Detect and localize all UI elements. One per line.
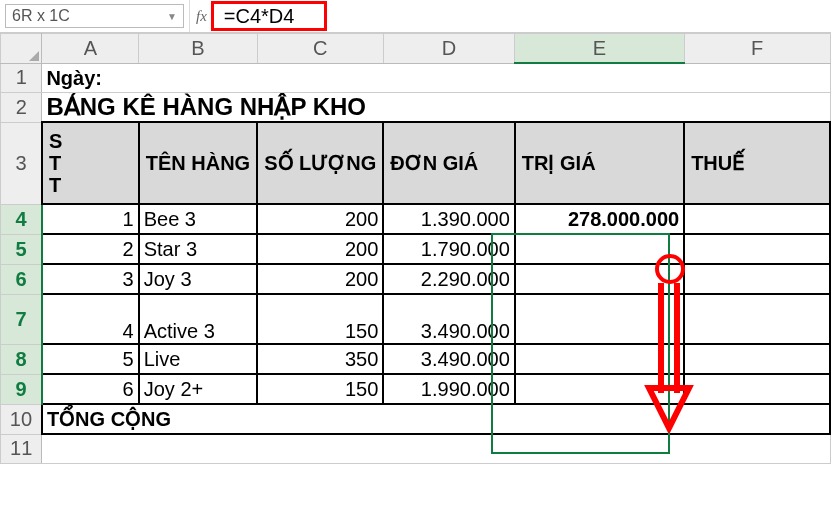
cell-F8[interactable] bbox=[685, 345, 829, 373]
row-1: 1 Ngày: bbox=[1, 63, 831, 93]
cell-A9[interactable]: 6 bbox=[43, 375, 138, 403]
cell-E9[interactable] bbox=[516, 375, 683, 403]
row-head-8[interactable]: 8 bbox=[1, 344, 42, 374]
col-head-B[interactable]: B bbox=[139, 34, 257, 64]
col-head-C[interactable]: C bbox=[257, 34, 383, 64]
row-head-11[interactable]: 11 bbox=[1, 434, 42, 464]
cell-B5[interactable]: Star 3 bbox=[140, 235, 256, 263]
header-so-luong[interactable]: SỐ LƯỢNG bbox=[258, 123, 382, 203]
cell-D9[interactable]: 1.990.000 bbox=[384, 375, 514, 403]
cell-A11[interactable] bbox=[42, 435, 829, 463]
row-head-3[interactable]: 3 bbox=[1, 122, 42, 204]
spreadsheet-grid[interactable]: A B C D E F 1 Ngày: 2 BẢNG KÊ HÀNG NHẬP … bbox=[0, 33, 831, 464]
cell-C5[interactable]: 200 bbox=[258, 235, 382, 263]
cell-B7[interactable]: Active 3 bbox=[140, 295, 256, 343]
name-box[interactable]: 6R x 1C ▼ bbox=[5, 4, 184, 28]
cell-D5[interactable]: 1.790.000 bbox=[384, 235, 514, 263]
row-head-7[interactable]: 7 bbox=[1, 294, 42, 344]
cell-E7[interactable] bbox=[516, 295, 683, 343]
cell-C7[interactable]: 150 bbox=[258, 295, 382, 343]
col-head-F[interactable]: F bbox=[684, 34, 830, 64]
row-11: 11 bbox=[1, 434, 831, 464]
cell-D8[interactable]: 3.490.000 bbox=[384, 345, 514, 373]
header-stt[interactable]: S T T bbox=[43, 123, 138, 203]
cell-F6[interactable] bbox=[685, 265, 829, 293]
cell-F5[interactable] bbox=[685, 235, 829, 263]
cell-A7[interactable]: 4 bbox=[43, 295, 138, 343]
row-head-6[interactable]: 6 bbox=[1, 264, 42, 294]
header-thue[interactable]: THUẾ bbox=[685, 123, 829, 203]
row-5: 5 2 Star 3 200 1.790.000 bbox=[1, 234, 831, 264]
cell-F7[interactable] bbox=[685, 295, 829, 343]
fx-icon[interactable]: fx bbox=[189, 0, 213, 32]
chevron-down-icon[interactable]: ▼ bbox=[167, 11, 177, 22]
row-8: 8 5 Live 350 3.490.000 bbox=[1, 344, 831, 374]
name-box-value: 6R x 1C bbox=[12, 7, 70, 25]
cell-D7[interactable]: 3.490.000 bbox=[384, 295, 514, 343]
row-7: 7 4 Active 3 150 3.490.000 bbox=[1, 294, 831, 344]
cell-B4[interactable]: Bee 3 bbox=[140, 205, 256, 233]
select-all-corner[interactable] bbox=[1, 34, 42, 64]
formula-text: =C4*D4 bbox=[224, 5, 295, 28]
cell-A10[interactable]: TỔNG CỘNG bbox=[43, 405, 829, 433]
cell-B6[interactable]: Joy 3 bbox=[140, 265, 256, 293]
cell-E6[interactable] bbox=[516, 265, 683, 293]
header-ten-hang[interactable]: TÊN HÀNG bbox=[140, 123, 256, 203]
row-head-9[interactable]: 9 bbox=[1, 374, 42, 404]
cell-D6[interactable]: 2.290.000 bbox=[384, 265, 514, 293]
cell-B8[interactable]: Live bbox=[140, 345, 256, 373]
cell-F9[interactable] bbox=[685, 375, 829, 403]
cell-D4[interactable]: 1.390.000 bbox=[384, 205, 514, 233]
cell-E4[interactable]: 278.000.000 bbox=[516, 205, 683, 233]
cell-A4[interactable]: 1 bbox=[43, 205, 138, 233]
row-6: 6 3 Joy 3 200 2.290.000 bbox=[1, 264, 831, 294]
row-head-10[interactable]: 10 bbox=[1, 404, 42, 434]
row-9: 9 6 Joy 2+ 150 1.990.000 bbox=[1, 374, 831, 404]
formula-input[interactable]: =C4*D4 bbox=[213, 0, 332, 32]
cell-A5[interactable]: 2 bbox=[43, 235, 138, 263]
row-head-1[interactable]: 1 bbox=[1, 63, 42, 93]
cell-A1[interactable]: Ngày: bbox=[42, 64, 829, 92]
col-head-A[interactable]: A bbox=[42, 34, 139, 64]
cell-A2[interactable]: BẢNG KÊ HÀNG NHẬP KHO bbox=[42, 93, 829, 121]
header-don-gia[interactable]: ĐƠN GIÁ bbox=[384, 123, 514, 203]
cell-E8[interactable] bbox=[516, 345, 683, 373]
row-head-2[interactable]: 2 bbox=[1, 93, 42, 123]
row-4: 4 1 Bee 3 200 1.390.000 278.000.000 bbox=[1, 204, 831, 234]
cell-C9[interactable]: 150 bbox=[258, 375, 382, 403]
col-head-D[interactable]: D bbox=[383, 34, 515, 64]
cell-B9[interactable]: Joy 2+ bbox=[140, 375, 256, 403]
row-3: 3 S T T TÊN HÀNG SỐ LƯỢNG ĐƠN GIÁ TRỊ GI… bbox=[1, 122, 831, 204]
row-10: 10 TỔNG CỘNG bbox=[1, 404, 831, 434]
header-tri-gia[interactable]: TRỊ GIÁ bbox=[516, 123, 683, 203]
cell-A6[interactable]: 3 bbox=[43, 265, 138, 293]
cell-C8[interactable]: 350 bbox=[258, 345, 382, 373]
cell-A8[interactable]: 5 bbox=[43, 345, 138, 373]
formula-bar: 6R x 1C ▼ fx =C4*D4 bbox=[0, 0, 831, 33]
row-head-4[interactable]: 4 bbox=[1, 204, 42, 234]
cell-C6[interactable]: 200 bbox=[258, 265, 382, 293]
col-head-E[interactable]: E bbox=[515, 34, 684, 64]
formula-highlight: =C4*D4 bbox=[211, 1, 328, 31]
cell-C4[interactable]: 200 bbox=[258, 205, 382, 233]
cell-E5[interactable] bbox=[516, 235, 683, 263]
row-2: 2 BẢNG KÊ HÀNG NHẬP KHO bbox=[1, 93, 831, 123]
row-head-5[interactable]: 5 bbox=[1, 234, 42, 264]
cell-F4[interactable] bbox=[685, 205, 829, 233]
